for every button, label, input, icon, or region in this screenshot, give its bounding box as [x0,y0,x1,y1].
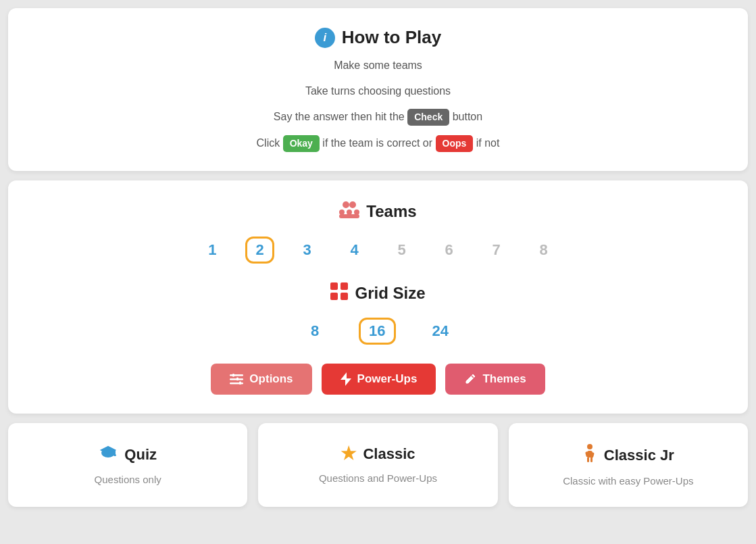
teams-grid-card: Teams 1 2 3 4 5 6 7 8 Grid Size 8 16 24 [8,180,748,414]
game-modes-row: Quiz Questions only ★ Classic Questions … [8,423,748,507]
svg-point-22 [114,454,116,456]
how-to-play-heading: How to Play [342,27,441,48]
classic-subtitle: Questions and Power-Ups [272,472,484,484]
team-number-3[interactable]: 3 [293,237,322,263]
action-buttons: Options Power-Ups Themes [35,364,721,395]
grid-icon [330,282,348,304]
quiz-title: Quiz [22,443,234,466]
svg-marker-16 [341,372,351,386]
classic-icon: ★ [341,443,356,464]
info-icon: i [315,28,335,48]
grid-size-8[interactable]: 8 [301,318,329,344]
grid-size-row: 8 16 24 [35,318,721,345]
grid-size-24[interactable]: 24 [426,318,455,344]
svg-point-3 [347,209,352,215]
classicjr-title: Classic Jr [522,443,734,467]
teams-icon [339,199,359,223]
mode-classic[interactable]: ★ Classic Questions and Power-Ups [258,423,497,507]
svg-rect-13 [232,374,234,377]
svg-rect-14 [236,378,238,381]
mode-quiz[interactable]: Quiz Questions only [8,423,247,507]
svg-rect-7 [341,282,348,290]
power-ups-button[interactable]: Power-Ups [322,364,436,395]
mode-classicjr[interactable]: Classic Jr Classic with easy Power-Ups [509,423,748,507]
team-number-2[interactable]: 2 [245,237,274,264]
svg-rect-28 [590,457,593,462]
themes-button[interactable]: Themes [445,364,545,395]
svg-point-23 [587,444,593,449]
svg-point-1 [349,201,356,208]
team-number-6[interactable]: 6 [435,237,463,263]
teams-heading: Teams [366,202,416,221]
team-number-4[interactable]: 4 [341,237,369,263]
step-4: Click Okay if the team is correct or Oop… [35,135,721,152]
svg-rect-5 [339,214,359,218]
options-button[interactable]: Options [211,364,311,395]
step-3: Say the answer then hit the Check button [35,109,721,126]
oops-badge: Oops [436,135,474,152]
teams-section-title: Teams [35,199,721,223]
how-to-play-card: i How to Play Make some teams Take turns… [8,8,748,171]
svg-point-2 [339,209,345,215]
how-to-play-title: i How to Play [35,27,721,48]
svg-rect-15 [239,382,241,385]
teams-number-row: 1 2 3 4 5 6 7 8 [35,237,721,264]
svg-rect-6 [330,282,338,290]
classicjr-icon [582,443,597,467]
check-badge: Check [407,109,449,126]
svg-rect-21 [114,450,116,455]
team-number-8[interactable]: 8 [530,237,558,263]
step-1: Make some teams [35,57,721,74]
svg-point-0 [343,201,349,208]
quiz-icon [99,443,118,466]
team-number-7[interactable]: 7 [482,237,511,263]
classicjr-subtitle: Classic with easy Power-Ups [522,475,734,487]
svg-rect-8 [330,293,338,300]
svg-rect-27 [587,457,589,462]
step-2: Take turns choosing questions [35,83,721,99]
svg-rect-9 [341,293,348,300]
svg-rect-10 [230,374,243,376]
team-number-5[interactable]: 5 [388,237,416,263]
grid-size-section-title: Grid Size [35,282,721,304]
okay-badge: Okay [283,135,320,152]
svg-point-4 [354,209,359,215]
classic-title: ★ Classic [272,443,484,464]
quiz-subtitle: Questions only [22,474,234,485]
how-to-play-steps: Make some teams Take turns choosing ques… [35,57,721,152]
grid-size-heading: Grid Size [355,284,425,303]
grid-size-16[interactable]: 16 [359,318,395,345]
team-number-1[interactable]: 1 [198,237,226,263]
